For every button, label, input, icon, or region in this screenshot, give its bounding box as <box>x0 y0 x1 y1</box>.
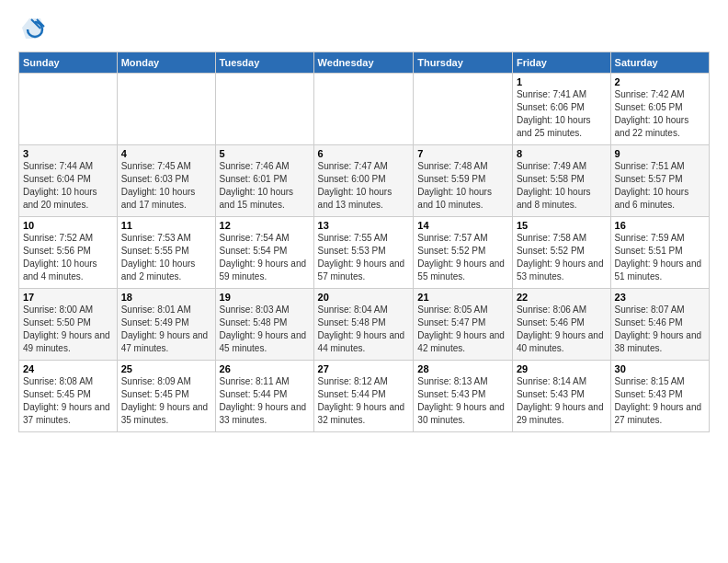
day-info: Sunrise: 7:49 AM Sunset: 5:58 PM Dayligh… <box>517 160 607 212</box>
day-cell: 29Sunrise: 8:14 AM Sunset: 5:43 PM Dayli… <box>512 361 610 432</box>
weekday-header-thursday: Thursday <box>414 52 513 74</box>
day-cell: 8Sunrise: 7:49 AM Sunset: 5:58 PM Daylig… <box>512 145 610 217</box>
week-row-4: 24Sunrise: 8:08 AM Sunset: 5:45 PM Dayli… <box>19 361 710 432</box>
day-number: 18 <box>121 292 211 303</box>
day-number: 24 <box>23 363 113 374</box>
day-info: Sunrise: 8:15 AM Sunset: 5:43 PM Dayligh… <box>615 375 705 427</box>
weekday-header-tuesday: Tuesday <box>215 52 313 74</box>
day-info: Sunrise: 7:42 AM Sunset: 6:05 PM Dayligh… <box>615 88 705 140</box>
day-info: Sunrise: 8:03 AM Sunset: 5:48 PM Dayligh… <box>220 304 310 355</box>
day-number: 29 <box>517 363 607 374</box>
day-info: Sunrise: 8:05 AM Sunset: 5:47 PM Dayligh… <box>417 304 508 355</box>
page: SundayMondayTuesdayWednesdayThursdayFrid… <box>0 0 728 442</box>
day-number: 25 <box>121 363 211 374</box>
day-cell: 4Sunrise: 7:45 AM Sunset: 6:03 PM Daylig… <box>117 145 215 217</box>
day-info: Sunrise: 7:48 AM Sunset: 5:59 PM Dayligh… <box>417 160 508 212</box>
day-number: 10 <box>23 220 113 231</box>
day-info: Sunrise: 8:06 AM Sunset: 5:46 PM Dayligh… <box>517 304 607 355</box>
day-info: Sunrise: 7:53 AM Sunset: 5:55 PM Dayligh… <box>121 232 211 283</box>
day-number: 23 <box>615 292 705 303</box>
weekday-header-saturday: Saturday <box>610 52 709 74</box>
day-info: Sunrise: 8:11 AM Sunset: 5:44 PM Dayligh… <box>220 375 310 427</box>
day-cell: 12Sunrise: 7:54 AM Sunset: 5:54 PM Dayli… <box>215 217 313 289</box>
day-cell: 19Sunrise: 8:03 AM Sunset: 5:48 PM Dayli… <box>215 289 313 361</box>
day-cell <box>414 74 513 145</box>
day-cell: 7Sunrise: 7:48 AM Sunset: 5:59 PM Daylig… <box>414 145 513 217</box>
day-info: Sunrise: 8:00 AM Sunset: 5:50 PM Dayligh… <box>23 304 113 355</box>
day-number: 11 <box>121 220 211 231</box>
day-cell: 30Sunrise: 8:15 AM Sunset: 5:43 PM Dayli… <box>610 361 709 432</box>
logo-icon <box>18 15 46 42</box>
day-cell: 27Sunrise: 8:12 AM Sunset: 5:44 PM Dayli… <box>313 361 414 432</box>
day-cell <box>313 74 414 145</box>
day-number: 20 <box>318 292 410 303</box>
day-cell: 13Sunrise: 7:55 AM Sunset: 5:53 PM Dayli… <box>313 217 414 289</box>
day-number: 28 <box>417 363 508 374</box>
day-number: 1 <box>517 76 607 87</box>
week-row-0: 1Sunrise: 7:41 AM Sunset: 6:06 PM Daylig… <box>19 74 710 145</box>
day-info: Sunrise: 7:58 AM Sunset: 5:52 PM Dayligh… <box>517 232 607 283</box>
day-info: Sunrise: 8:04 AM Sunset: 5:48 PM Dayligh… <box>318 304 410 355</box>
day-number: 17 <box>23 292 113 303</box>
day-info: Sunrise: 7:44 AM Sunset: 6:04 PM Dayligh… <box>23 160 113 212</box>
day-info: Sunrise: 8:07 AM Sunset: 5:46 PM Dayligh… <box>615 304 705 355</box>
weekday-header-wednesday: Wednesday <box>313 52 414 74</box>
day-cell <box>19 74 118 145</box>
week-row-3: 17Sunrise: 8:00 AM Sunset: 5:50 PM Dayli… <box>19 289 710 361</box>
day-cell: 10Sunrise: 7:52 AM Sunset: 5:56 PM Dayli… <box>19 217 118 289</box>
week-row-1: 3Sunrise: 7:44 AM Sunset: 6:04 PM Daylig… <box>19 145 710 217</box>
day-info: Sunrise: 7:54 AM Sunset: 5:54 PM Dayligh… <box>220 232 310 283</box>
day-number: 6 <box>318 148 410 159</box>
day-cell: 26Sunrise: 8:11 AM Sunset: 5:44 PM Dayli… <box>215 361 313 432</box>
day-cell: 25Sunrise: 8:09 AM Sunset: 5:45 PM Dayli… <box>117 361 215 432</box>
day-number: 16 <box>615 220 705 231</box>
day-number: 19 <box>220 292 310 303</box>
day-cell: 18Sunrise: 8:01 AM Sunset: 5:49 PM Dayli… <box>117 289 215 361</box>
day-cell: 24Sunrise: 8:08 AM Sunset: 5:45 PM Dayli… <box>19 361 118 432</box>
day-info: Sunrise: 7:55 AM Sunset: 5:53 PM Dayligh… <box>318 232 410 283</box>
day-number: 3 <box>23 148 113 159</box>
day-number: 5 <box>220 148 310 159</box>
day-cell: 2Sunrise: 7:42 AM Sunset: 6:05 PM Daylig… <box>610 74 709 145</box>
day-info: Sunrise: 7:41 AM Sunset: 6:06 PM Dayligh… <box>517 88 607 140</box>
day-info: Sunrise: 8:14 AM Sunset: 5:43 PM Dayligh… <box>517 375 607 427</box>
day-cell: 16Sunrise: 7:59 AM Sunset: 5:51 PM Dayli… <box>610 217 709 289</box>
calendar: SundayMondayTuesdayWednesdayThursdayFrid… <box>18 52 710 432</box>
day-number: 27 <box>318 363 410 374</box>
day-cell: 17Sunrise: 8:00 AM Sunset: 5:50 PM Dayli… <box>19 289 118 361</box>
day-cell: 22Sunrise: 8:06 AM Sunset: 5:46 PM Dayli… <box>512 289 610 361</box>
day-info: Sunrise: 8:13 AM Sunset: 5:43 PM Dayligh… <box>417 375 508 427</box>
day-info: Sunrise: 8:09 AM Sunset: 5:45 PM Dayligh… <box>121 375 211 427</box>
day-number: 14 <box>417 220 508 231</box>
weekday-header-row: SundayMondayTuesdayWednesdayThursdayFrid… <box>19 52 710 74</box>
day-cell: 5Sunrise: 7:46 AM Sunset: 6:01 PM Daylig… <box>215 145 313 217</box>
day-info: Sunrise: 7:59 AM Sunset: 5:51 PM Dayligh… <box>615 232 705 283</box>
day-info: Sunrise: 8:12 AM Sunset: 5:44 PM Dayligh… <box>318 375 410 427</box>
day-number: 2 <box>615 76 705 87</box>
weekday-header-monday: Monday <box>117 52 215 74</box>
day-cell: 14Sunrise: 7:57 AM Sunset: 5:52 PM Dayli… <box>414 217 513 289</box>
day-cell: 15Sunrise: 7:58 AM Sunset: 5:52 PM Dayli… <box>512 217 610 289</box>
header <box>18 15 710 42</box>
day-cell: 3Sunrise: 7:44 AM Sunset: 6:04 PM Daylig… <box>19 145 118 217</box>
day-number: 13 <box>318 220 410 231</box>
day-cell: 6Sunrise: 7:47 AM Sunset: 6:00 PM Daylig… <box>313 145 414 217</box>
day-number: 22 <box>517 292 607 303</box>
logo <box>18 15 50 42</box>
day-info: Sunrise: 7:52 AM Sunset: 5:56 PM Dayligh… <box>23 232 113 283</box>
day-number: 15 <box>517 220 607 231</box>
day-info: Sunrise: 7:51 AM Sunset: 5:57 PM Dayligh… <box>615 160 705 212</box>
day-cell: 28Sunrise: 8:13 AM Sunset: 5:43 PM Dayli… <box>414 361 513 432</box>
day-info: Sunrise: 8:08 AM Sunset: 5:45 PM Dayligh… <box>23 375 113 427</box>
day-cell <box>215 74 313 145</box>
day-cell: 11Sunrise: 7:53 AM Sunset: 5:55 PM Dayli… <box>117 217 215 289</box>
week-row-2: 10Sunrise: 7:52 AM Sunset: 5:56 PM Dayli… <box>19 217 710 289</box>
day-number: 4 <box>121 148 211 159</box>
day-cell: 23Sunrise: 8:07 AM Sunset: 5:46 PM Dayli… <box>610 289 709 361</box>
day-number: 30 <box>615 363 705 374</box>
day-number: 12 <box>220 220 310 231</box>
weekday-header-friday: Friday <box>512 52 610 74</box>
day-info: Sunrise: 8:01 AM Sunset: 5:49 PM Dayligh… <box>121 304 211 355</box>
day-number: 26 <box>220 363 310 374</box>
day-cell <box>117 74 215 145</box>
